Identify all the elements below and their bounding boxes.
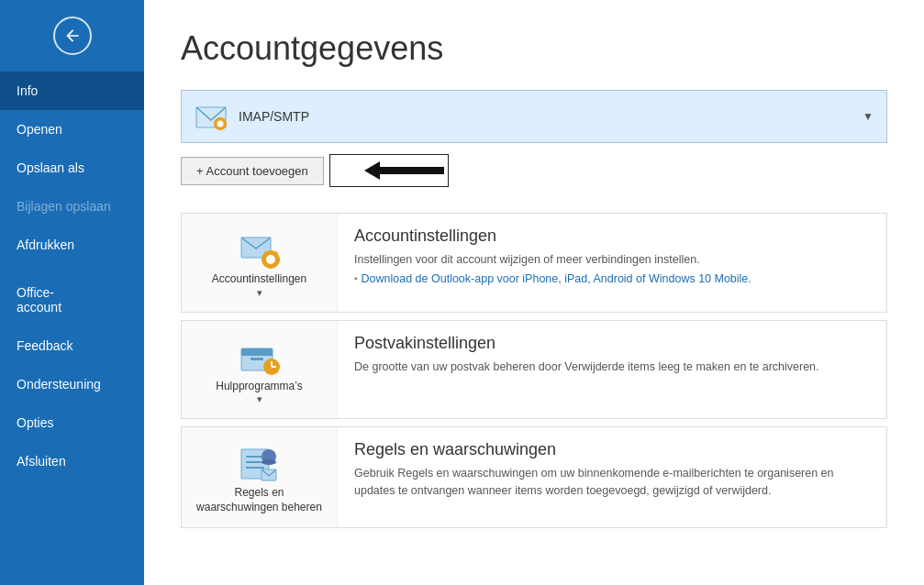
main-content: Accountgegevens IMAP/SMTP ▼ + Account to… <box>144 0 924 585</box>
svg-rect-17 <box>269 265 273 269</box>
hulpprogrammas-dropdown-arrow: ▾ <box>257 393 262 405</box>
hulpprogrammas-content: Postvakinstellingen De grootte van uw po… <box>338 321 886 389</box>
svg-point-2 <box>217 121 224 127</box>
hulpprogrammas-icon <box>238 336 282 380</box>
postvakinstellingen-desc: De grootte van uw postvak beheren door V… <box>354 359 870 376</box>
svg-point-35 <box>262 459 276 465</box>
account-icon <box>195 100 228 133</box>
accountinstellingen-title: Accountinstellingen <box>354 226 870 246</box>
add-account-row: + Account toevoegen <box>181 154 887 187</box>
account-dropdown[interactable]: IMAP/SMTP ▼ <box>181 90 887 143</box>
svg-rect-18 <box>262 258 265 261</box>
card-regels-button[interactable]: Regels en waarschuwingen beheren <box>182 427 338 527</box>
card-hulpprogrammas-button[interactable]: Hulpprogramma’s ▾ <box>182 321 338 419</box>
account-dropdown-label: IMAP/SMTP <box>239 109 863 124</box>
accountinstellingen-dropdown-arrow: ▾ <box>257 287 262 299</box>
card-hulpprogrammas: Hulpprogramma’s ▾ Postvakinstellingen De… <box>181 320 887 420</box>
svg-rect-4 <box>219 127 222 130</box>
sidebar-item-info[interactable]: Info <box>0 72 144 110</box>
dropdown-arrow-icon: ▼ <box>863 110 874 123</box>
accountinstellingen-desc: Instellingen voor dit account wijzigen o… <box>354 251 870 269</box>
regels-content: Regels en waarschuwingen Gebruik Regels … <box>338 427 886 513</box>
accountinstellingen-label: Accountinstellingen <box>212 272 306 287</box>
regels-desc: Gebruik Regels en waarschuwingen om uw b… <box>354 465 870 500</box>
svg-rect-25 <box>241 348 273 356</box>
postvakinstellingen-title: Postvakinstellingen <box>354 334 870 353</box>
hulpprogrammas-label: Hulpprogramma’s <box>216 380 302 394</box>
imap-smtp-icon <box>195 100 228 133</box>
sidebar-item-office-account[interactable]: Office- account <box>0 273 144 326</box>
sidebar-item-feedback[interactable]: Feedback <box>0 326 144 365</box>
card-accountinstellingen: Accountinstellingen ▾ Accountinstellinge… <box>181 213 887 313</box>
cards-container: Accountinstellingen ▾ Accountinstellinge… <box>181 213 887 528</box>
svg-rect-6 <box>224 123 227 126</box>
arrow-annotation <box>339 154 449 187</box>
regels-title: Regels en waarschuwingen <box>354 440 870 459</box>
sidebar-item-ondersteuning[interactable]: Ondersteuning <box>0 365 144 403</box>
page-title: Accountgegevens <box>181 29 887 68</box>
back-icon <box>63 27 82 45</box>
sidebar: Info Openen Opslaan als Bijlagen opslaan… <box>0 0 144 585</box>
sidebar-item-openen[interactable]: Openen <box>0 110 144 149</box>
back-button[interactable] <box>0 0 144 72</box>
svg-rect-5 <box>214 123 217 126</box>
svg-rect-26 <box>250 358 263 360</box>
card-accountinstellingen-button[interactable]: Accountinstellingen ▾ <box>182 214 338 312</box>
accountinstellingen-content: Accountinstellingen Instellingen voor di… <box>338 214 886 298</box>
sidebar-item-afdrukken[interactable]: Afdrukken <box>0 226 144 264</box>
outlook-app-link[interactable]: Download de Outlook-app voor iPhone, iPa… <box>354 272 870 285</box>
sidebar-item-afsluiten[interactable]: Afsluiten <box>0 442 144 480</box>
svg-rect-19 <box>276 258 280 261</box>
sidebar-item-opties[interactable]: Opties <box>0 403 144 442</box>
sidebar-item-bijlagen-opslaan: Bijlagen opslaan <box>0 187 144 226</box>
accountinstellingen-icon <box>238 228 282 272</box>
regels-icon <box>238 442 282 486</box>
svg-point-15 <box>266 255 275 264</box>
add-account-button[interactable]: + Account toevoegen <box>181 157 324 185</box>
regels-label: Regels en waarschuwingen beheren <box>196 486 322 514</box>
svg-rect-3 <box>219 117 222 120</box>
svg-rect-16 <box>269 250 273 254</box>
sidebar-item-opslaan-als[interactable]: Opslaan als <box>0 149 144 187</box>
card-regels: Regels en waarschuwingen beheren Regels … <box>181 426 887 528</box>
big-arrow-icon <box>329 154 449 187</box>
